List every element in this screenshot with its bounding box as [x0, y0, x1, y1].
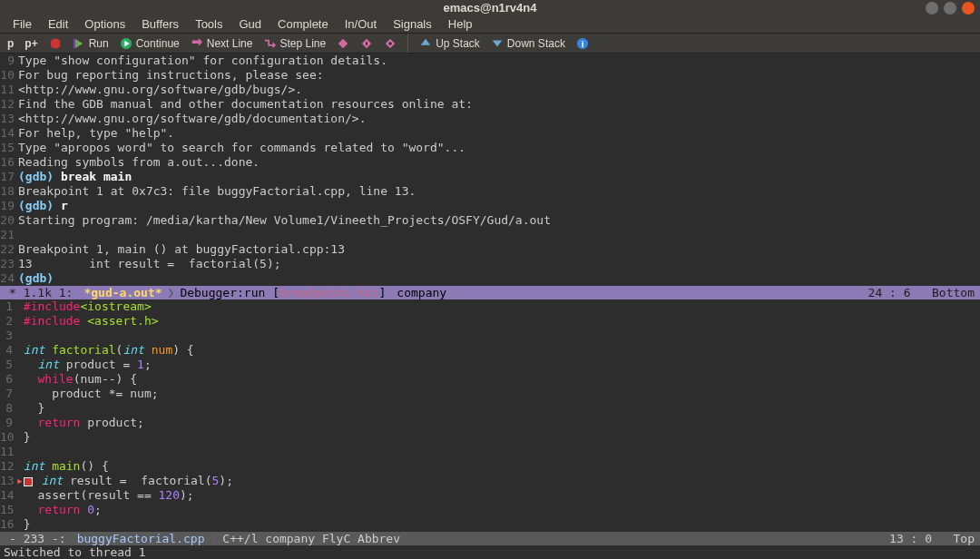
- source-pane[interactable]: 1 #include<iostream>2 #include <assert.h…: [0, 299, 980, 532]
- menu-file[interactable]: File: [5, 15, 39, 33]
- src-line: 12 int main() {: [0, 459, 980, 474]
- gdb-line: 22Breakpoint 1, main () at buggyFactoria…: [0, 242, 980, 257]
- toolbar-pplus[interactable]: p+: [24, 37, 37, 50]
- src-line: 7 product *= num;: [0, 387, 980, 401]
- line-number: 12: [0, 97, 18, 112]
- up-stack-button[interactable]: Up Stack: [419, 37, 480, 50]
- svg-marker-0: [50, 38, 60, 48]
- gdb-line: 21: [0, 228, 980, 242]
- src-line: 9 return product;: [0, 416, 980, 430]
- stop-icon[interactable]: [49, 37, 62, 50]
- next-line-button[interactable]: Next Line: [191, 37, 253, 50]
- toolbar: p p+ Run Continue Next Line Step Line Up…: [0, 34, 980, 54]
- src-line: 13▸ int result = factorial(5);: [0, 474, 980, 488]
- info-icon[interactable]: i: [576, 37, 589, 50]
- src-code: assert(result == 120);: [24, 488, 194, 503]
- menu-complete[interactable]: Complete: [270, 15, 336, 33]
- src-code: product *= num;: [24, 387, 159, 401]
- gdb-line: 14For help, type "help".: [0, 126, 980, 141]
- maximize-icon[interactable]: [944, 2, 956, 15]
- gdb-line: 15Type "apropos word" to search for comm…: [0, 141, 980, 155]
- svg-rect-7: [366, 42, 368, 45]
- line-number: 4: [0, 343, 16, 358]
- toolbar-stepi-icon[interactable]: [384, 37, 397, 50]
- down-stack-label: Down Stack: [507, 37, 565, 50]
- gdb-text: Type "show configuration" for configurat…: [18, 54, 387, 68]
- gdb-line: 9Type "show configuration" for configura…: [0, 54, 980, 68]
- window-controls: [926, 2, 975, 15]
- modeline-buffer: *gud-a.out*: [78, 286, 167, 299]
- src-code: int main() {: [24, 459, 109, 474]
- menu-tools[interactable]: Tools: [188, 15, 230, 33]
- minibuffer-text: Switched to thread 1: [4, 545, 146, 559]
- gdb-text: Starting program: /media/kartha/New Volu…: [18, 213, 551, 228]
- gdb-line: 24(gdb): [0, 271, 980, 286]
- toolbar-nexti-icon[interactable]: [360, 37, 373, 50]
- gdb-line: 17(gdb) break main: [0, 170, 980, 184]
- gdb-output-pane[interactable]: 9Type "show configuration" for configura…: [0, 54, 980, 286]
- line-number: 11: [0, 445, 16, 459]
- gdb-line: 20Starting program: /media/kartha/New Vo…: [0, 213, 980, 228]
- line-number: 24: [0, 271, 18, 286]
- line-number: 17: [0, 170, 18, 184]
- gdb-text: Breakpoint 1 at 0x7c3: file buggyFactori…: [18, 184, 416, 199]
- line-number: 19: [0, 199, 18, 213]
- gdb-line: 11<http://www.gnu.org/software/gdb/bugs/…: [0, 83, 980, 97]
- modeline-source: - 233 -: buggyFactorial.cpp ❯ C++/l comp…: [0, 532, 980, 545]
- close-icon[interactable]: [962, 2, 975, 15]
- step-line-button[interactable]: Step Line: [263, 37, 326, 50]
- src-code: int factorial(int num) {: [24, 343, 194, 358]
- gdb-text: <http://www.gnu.org/software/gdb/documen…: [18, 112, 367, 126]
- src-line: 6 while(num--) {: [0, 372, 980, 387]
- menu-edit[interactable]: Edit: [41, 15, 75, 33]
- src-line: 2 #include <assert.h>: [0, 314, 980, 329]
- menu-buffers[interactable]: Buffers: [134, 15, 186, 33]
- src-code: }: [24, 401, 44, 416]
- svg-marker-5: [338, 38, 348, 48]
- menu-signals[interactable]: Signals: [386, 15, 439, 33]
- svg-point-9: [388, 42, 392, 45]
- svg-marker-1: [74, 38, 83, 48]
- src-code: int product = 1;: [24, 358, 152, 372]
- menu-help[interactable]: Help: [441, 15, 480, 33]
- up-stack-label: Up Stack: [436, 37, 480, 50]
- gdb-text: For help, type "help".: [18, 126, 174, 141]
- continue-button[interactable]: Continue: [120, 37, 180, 50]
- line-number: 15: [0, 141, 18, 155]
- line-number: 9: [0, 54, 18, 68]
- breakpoint-arrow-icon[interactable]: ▸: [16, 474, 34, 488]
- modeline2-modes: C++/l company FlyC Abbrev: [217, 532, 406, 545]
- next-line-label: Next Line: [207, 37, 253, 50]
- minibuffer[interactable]: Switched to thread 1: [0, 545, 980, 559]
- gdb-text: Type "apropos word" to search for comman…: [18, 141, 466, 155]
- modeline-status: Debugger:run [breakpoint-hit]: [174, 286, 391, 299]
- gdb-line: 19(gdb) r: [0, 199, 980, 213]
- line-number: 9: [0, 416, 16, 430]
- line-number: 13: [0, 112, 18, 126]
- finish-icon[interactable]: [337, 37, 349, 50]
- minimize-icon[interactable]: [926, 2, 938, 15]
- modeline2-buffer: buggyFactorial.cpp: [72, 532, 211, 545]
- menu-options[interactable]: Options: [77, 15, 132, 33]
- src-line: 4 int factorial(int num) {: [0, 343, 980, 358]
- menu-gud[interactable]: Gud: [231, 15, 269, 33]
- gdb-line: 13<http://www.gnu.org/software/gdb/docum…: [0, 112, 980, 126]
- line-number: 21: [0, 228, 18, 242]
- src-code: while(num--) {: [24, 372, 137, 387]
- down-stack-button[interactable]: Down Stack: [491, 37, 565, 50]
- chevron-icon: ❯: [211, 532, 218, 545]
- gdb-text: Breakpoint 1, main () at buggyFactorial.…: [18, 242, 345, 257]
- run-label: Run: [89, 37, 109, 50]
- svg-text:i: i: [582, 38, 584, 48]
- gdb-line: 18Breakpoint 1 at 0x7c3: file buggyFacto…: [0, 184, 980, 199]
- gdb-text: For bug reporting instructions, please s…: [18, 68, 324, 83]
- src-code: return 0;: [24, 503, 102, 517]
- line-number: 22: [0, 242, 18, 257]
- gdb-text: (gdb) r: [18, 199, 68, 213]
- gdb-text: 13 int result = factorial(5);: [18, 257, 281, 271]
- svg-rect-2: [74, 38, 75, 48]
- run-button[interactable]: Run: [73, 37, 109, 50]
- menu-in-out[interactable]: In/Out: [338, 15, 384, 33]
- toolbar-p[interactable]: p: [7, 37, 14, 50]
- src-code: return product;: [24, 416, 144, 430]
